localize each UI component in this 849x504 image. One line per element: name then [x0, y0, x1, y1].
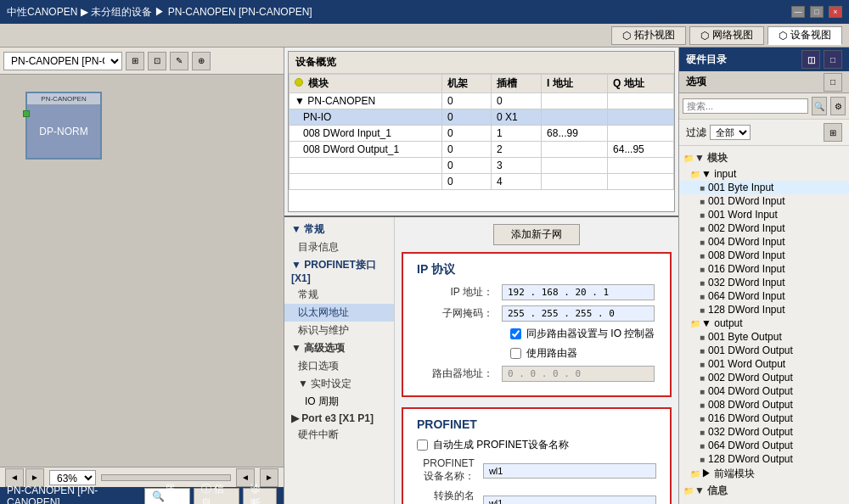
tab-network[interactable]: ⬡ 网络视图 — [689, 26, 764, 45]
col-module: 模块 — [290, 75, 442, 93]
table-row[interactable]: ▼ PN-CANOPEN 0 0 — [290, 93, 674, 109]
tree-item-004-dword-input[interactable]: ■ 004 DWord Input — [679, 235, 849, 249]
auto-gen-checkbox[interactable] — [417, 440, 428, 451]
tree-item-001-word-input[interactable]: ■ 001 Word Input — [679, 208, 849, 221]
nav-item-catalog[interactable]: 目录信息 — [284, 238, 394, 256]
window-controls: — □ × — [791, 6, 842, 18]
nav-item-ethernet[interactable]: 以太网地址 — [284, 304, 394, 322]
device-block-label: PN-CANOPEN — [27, 93, 100, 105]
table-row[interactable]: 0 4 — [290, 174, 674, 190]
use-router-label: 使用路由器 — [526, 346, 577, 361]
tree-item-128-dword-input[interactable]: ■ 128 DWord Input — [679, 303, 849, 316]
tab-diagnostics[interactable]: 诊断 — [243, 488, 277, 504]
top-center: 设备概览 模块 机架 插槽 I 地址 Q 地址 — [284, 48, 678, 217]
device-name-input[interactable] — [483, 463, 656, 479]
network-icon: ⬡ — [700, 30, 709, 42]
tree-item-008-dword-input[interactable]: ■ 008 DWord Input — [679, 249, 849, 262]
tree-item-001-dword-input[interactable]: ■ 001 DWord Input — [679, 194, 849, 208]
tab-properties[interactable]: 🔍 属性 — [144, 488, 190, 504]
nav-item-io-cycle[interactable]: IO 周期 — [284, 393, 394, 411]
right-panel: 硬件目录 ◫ □ 选项 □ 🔍 ⚙ 过滤 全部 ⊞ — [679, 48, 849, 504]
nav-item-identity[interactable]: 标识与维护 — [284, 322, 394, 339]
filter-label: 过滤 — [686, 126, 706, 140]
tree-item-064-dword-input[interactable]: ■ 064 DWord Input — [679, 289, 849, 303]
tab-topology[interactable]: ⬡ 拓扑视图 — [611, 26, 686, 45]
tree-item-032-dword-output[interactable]: ■ 032 DWord Output — [679, 425, 849, 439]
tree-item-001-dword-output[interactable]: ■ 001 DWord Output — [679, 344, 849, 357]
add-subnet-btn[interactable]: 添加新子网 — [493, 224, 580, 245]
filter-select[interactable]: 全部 — [710, 125, 751, 140]
tree-item-016-dword-input[interactable]: ■ 016 DWord Input — [679, 262, 849, 276]
tree-section-input[interactable]: 📁 ▼ input — [679, 167, 849, 181]
nav-section-advanced: ▼ 高级选项 — [284, 339, 394, 357]
close-button[interactable]: × — [829, 6, 842, 18]
tree-item-064-dword-output[interactable]: ■ 064 DWord Output — [679, 439, 849, 452]
tree-item-001-word-output[interactable]: ■ 001 Word Output — [679, 357, 849, 371]
device-toolbar: PN-CANOPEN [PN-CANOPEN] ⊞ ⊡ ✎ ⊕ — [0, 48, 284, 75]
nav-item-interface-options[interactable]: 接口选项 — [284, 357, 394, 375]
options-btn-1[interactable]: □ — [824, 73, 842, 92]
tab-device[interactable]: ⬡ 设备视图 — [767, 26, 842, 45]
minimize-button[interactable]: — — [791, 6, 805, 18]
search-icon-btn[interactable]: 🔍 — [812, 97, 827, 115]
module-icon: ■ — [696, 265, 708, 274]
device-selector[interactable]: PN-CANOPEN [PN-CANOPEN] — [3, 52, 122, 70]
nav-item-realtime[interactable]: ▼ 实时设定 — [284, 375, 394, 393]
tree-item-001-byte-input[interactable]: ■ 001 Byte Input — [679, 181, 849, 194]
use-router-checkbox[interactable] — [510, 348, 521, 359]
progress-bar — [101, 474, 231, 481]
table-row[interactable]: 0 3 — [290, 158, 674, 174]
tree-section-info[interactable]: 📁 ▼ 信息 — [679, 482, 849, 500]
nav-item-hw-interrupt[interactable]: 硬件中断 — [284, 426, 394, 444]
toolbar-btn-4[interactable]: ⊕ — [192, 52, 211, 70]
router-input[interactable] — [502, 366, 655, 382]
catalog-options-btn[interactable]: ⚙ — [830, 97, 846, 115]
tree-root-modules[interactable]: 📁 ▼ 模块 — [679, 149, 849, 167]
tree-item-128-dword-output[interactable]: ■ 128 DWord Output — [679, 452, 849, 466]
catalog-search-input[interactable] — [683, 98, 808, 114]
tree-item-002-dword-output[interactable]: ■ 002 DWord Output — [679, 371, 849, 384]
tree-item-008-dword-output[interactable]: ■ 008 DWord Output — [679, 398, 849, 412]
zoom-selector[interactable]: 63% — [49, 470, 96, 485]
sync-router-row: 同步路由器设置与 IO 控制器 — [417, 327, 656, 341]
nav-item-general[interactable]: 常规 — [284, 286, 394, 304]
device-block[interactable]: PN-CANOPEN DP-NORM — [25, 92, 102, 160]
catalog-header: 硬件目录 ◫ □ — [679, 48, 849, 71]
nav-section-port: ▶ Port e3 [X1 P1] — [284, 411, 394, 426]
toolbar-btn-1[interactable]: ⊞ — [126, 52, 144, 70]
converted-name-input[interactable] — [483, 496, 656, 504]
table-row[interactable]: 008 DWord Input_1 0 1 68...99 — [290, 126, 674, 142]
toolbar-btn-2[interactable]: ⊡ — [148, 52, 166, 70]
filter-btn[interactable]: ⊞ — [824, 123, 842, 142]
toolbar-btn-3[interactable]: ✎ — [170, 52, 188, 70]
tree-item-032-dword-input[interactable]: ■ 032 DWord Input — [679, 276, 849, 289]
ip-address-row: IP 地址： — [417, 284, 656, 300]
device-connector — [23, 110, 30, 117]
ip-input[interactable] — [502, 284, 655, 300]
bottom-device-title: PN-CANOPEN [PN-CANOPEN] 🔍 属性 ⓘ 信息 诊断 — [0, 487, 284, 504]
restore-button[interactable]: □ — [810, 6, 824, 18]
catalog-tree: 📁 ▼ 模块 📁 ▼ input ■ 001 Byte Input ■ 001 … — [679, 146, 849, 504]
subnet-input[interactable] — [502, 305, 655, 322]
tree-section-frontend[interactable]: 📁 ▶ 前端模块 — [679, 466, 849, 482]
module-icon: ■ — [696, 428, 708, 437]
center-full: 设备概览 模块 机架 插槽 I 地址 Q 地址 — [284, 48, 679, 504]
tree-item-016-dword-output[interactable]: ■ 016 DWord Output — [679, 412, 849, 425]
tab-info[interactable]: ⓘ 信息 — [194, 488, 239, 504]
tree-item-002-dword-input[interactable]: ■ 002 DWord Input — [679, 221, 849, 235]
device-name-row: PROFINET设备名称： — [417, 457, 656, 484]
subnet-label: 子网掩码： — [417, 306, 502, 321]
tree-item-001-byte-output[interactable]: ■ 001 Byte Output — [679, 330, 849, 344]
table-row[interactable]: PN-IO 0 0 X1 — [290, 109, 674, 126]
folder-icon: 📁 — [683, 154, 694, 163]
tree-item-004-dword-output[interactable]: ■ 004 DWord Output — [679, 384, 849, 398]
table-row[interactable]: 008 DWord Output_1 0 2 64...95 — [290, 142, 674, 158]
catalog-btn-1[interactable]: ◫ — [801, 50, 820, 69]
device-name-label: PROFINET设备名称： — [417, 457, 483, 484]
tree-section-output[interactable]: 📁 ▼ output — [679, 316, 849, 330]
ip-label: IP 地址： — [417, 285, 502, 300]
sync-router-checkbox[interactable] — [510, 328, 521, 339]
subnet-mask-row: 子网掩码： — [417, 305, 656, 322]
catalog-btn-2[interactable]: □ — [824, 50, 842, 69]
action-tabs-bar: 🔍 属性 ⓘ 信息 诊断 — [144, 488, 277, 504]
